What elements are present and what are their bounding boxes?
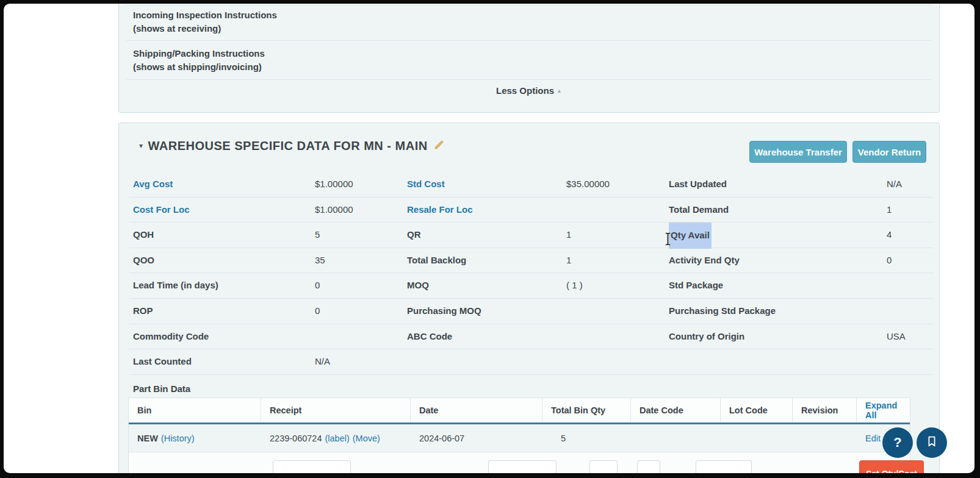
col-header-date-code: Date Code [631,398,721,423]
resale-for-loc-label[interactable]: Resale For Loc [407,198,473,223]
less-options-toggle[interactable]: Less Options▲ [119,85,939,96]
part-options-panel: Incoming Inspection Instructions (shows … [118,4,940,113]
qoh-value: 5 [315,223,320,248]
app-page: Incoming Inspection Instructions (shows … [4,4,975,473]
warehouse-panel-title: WAREHOUSE SPECIFIC DATA FOR MN - MAIN [148,139,428,152]
purchasing-moq-label: Purchasing MOQ [407,299,481,324]
moq-value: ( 1 ) [566,273,583,298]
qoh-label: QOH [133,223,154,248]
warehouse-data-panel: ▾WAREHOUSE SPECIFIC DATA FOR MN - MAIN W… [118,123,940,473]
cost-for-loc-label[interactable]: Cost For Loc [133,198,190,223]
collapse-caret-icon[interactable]: ▾ [139,141,143,150]
total-backlog-label: Total Backlog [407,248,466,273]
incoming-inspection-sublabel: (shows at receiving) [133,22,277,35]
date-code-edit-input[interactable] [637,460,660,473]
activity-end-qty-value: 0 [887,248,892,273]
qr-label: QR [407,223,421,248]
receipt-move-link[interactable]: (Move) [353,433,380,443]
shipping-packing-label: Shipping/Packing Instructions [133,47,265,60]
bin-history-link[interactable]: (History) [161,433,195,443]
col-header-bin: Bin [129,398,261,423]
bin-row: NEW (History) 2239-060724 (label) (Move)… [129,424,910,452]
receipt-number: 2239-060724 [270,433,322,443]
warehouse-fields-grid: Avg Cost $1.00000 Std Cost $35.00000 Las… [129,172,934,375]
std-package-label: Std Package [669,273,723,298]
divider [126,5,932,5]
warehouse-transfer-button[interactable]: Warehouse Transfer [749,141,847,163]
field-row: ROP 0 Purchasing MOQ Purchasing Std Pack… [129,299,934,324]
shipping-packing-sublabel: (shows at shipping/invoicing) [133,60,265,74]
field-row: QOO 35 Total Backlog 1 Activity End Qty … [129,248,934,274]
field-row: Commodity Code ABC Code Country of Origi… [129,324,934,350]
divider [126,40,932,41]
bin-edit-input[interactable] [488,460,557,473]
set-qty-cost-button[interactable]: Set Qty/Cost [859,460,924,473]
avg-cost-label[interactable]: Avg Cost [133,172,173,197]
help-button[interactable]: ? [882,427,913,458]
lead-time-label: Lead Time (in days) [133,273,218,298]
abc-code-label: ABC Code [407,324,452,349]
qoo-value: 35 [315,248,325,273]
last-updated-label: Last Updated [669,172,727,197]
col-header-receipt: Receipt [261,398,411,423]
qty-edit-input[interactable] [589,460,618,473]
lot-code-edit-input[interactable] [696,460,752,473]
part-bin-data-title: Part Bin Data [133,383,190,394]
bin-name: NEW [137,433,158,443]
field-row: Avg Cost $1.00000 Std Cost $35.00000 Las… [129,172,934,198]
rop-value: 0 [315,299,320,324]
field-row: Last Counted N/A [129,349,934,375]
last-counted-label: Last Counted [133,349,192,374]
qoo-label: QOO [133,248,154,273]
incoming-inspection-label: Incoming Inspection Instructions [133,9,277,22]
qty-avail-selected-text: Qty Avail [669,223,712,249]
less-options-label: Less Options [496,85,554,96]
receipt-label-link[interactable]: (label) [325,433,349,443]
bin-edit-input[interactable] [273,460,351,473]
less-options-caret-icon: ▲ [557,88,562,94]
last-counted-value: N/A [315,349,330,374]
bookmark-icon [925,434,939,451]
rop-label: ROP [133,299,153,324]
total-demand-label: Total Demand [669,198,729,223]
country-of-origin-label: Country of Origin [669,324,744,349]
field-row: Cost For Loc $1.00000 Resale For Loc Tot… [129,198,934,223]
moq-label: MOQ [407,273,429,298]
commodity-code-label: Commodity Code [133,324,209,349]
field-row: QOH 5 QR 1 Qty Avail 4 [129,223,934,248]
bookmark-button[interactable] [917,427,947,458]
qty-avail-value: 4 [887,223,892,248]
std-cost-value: $35.00000 [566,172,610,197]
activity-end-qty-label: Activity End Qty [669,248,740,273]
col-header-total-bin-qty: Total Bin Qty [542,398,631,423]
warehouse-panel-header: ▾WAREHOUSE SPECIFIC DATA FOR MN - MAIN [139,139,445,154]
col-header-lot-code: Lot Code [721,398,793,423]
avg-cost-value: $1.00000 [315,172,353,197]
vendor-return-button[interactable]: Vendor Return [852,141,926,163]
col-header-revision: Revision [793,398,857,423]
field-row: Lead Time (in days) 0 MOQ ( 1 ) Std Pack… [129,273,934,299]
last-updated-value: N/A [887,172,902,197]
total-demand-value: 1 [887,198,892,223]
qr-value: 1 [566,223,571,248]
expand-all-link[interactable]: Expand All [865,401,910,420]
bin-total-qty: 5 [561,433,566,443]
std-cost-label[interactable]: Std Cost [407,172,445,197]
divider [126,79,932,80]
bin-date: 2024-06-07 [419,433,464,443]
lead-time-value: 0 [315,273,320,298]
purchasing-std-package-label: Purchasing Std Package [669,299,776,324]
shipping-packing-field: Shipping/Packing Instructions (shows at … [133,47,265,74]
incoming-inspection-field: Incoming Inspection Instructions (shows … [133,9,277,35]
total-backlog-value: 1 [566,248,571,273]
edit-pencil-icon[interactable] [433,139,445,154]
part-bin-table-header: Bin Receipt Date Total Bin Qty Date Code… [129,398,910,424]
bin-edit-link[interactable]: Edit [865,433,881,443]
cost-for-loc-value: $1.00000 [315,198,353,223]
col-header-date: Date [411,398,542,423]
question-mark-icon: ? [893,435,901,451]
country-of-origin-value: USA [887,324,906,349]
